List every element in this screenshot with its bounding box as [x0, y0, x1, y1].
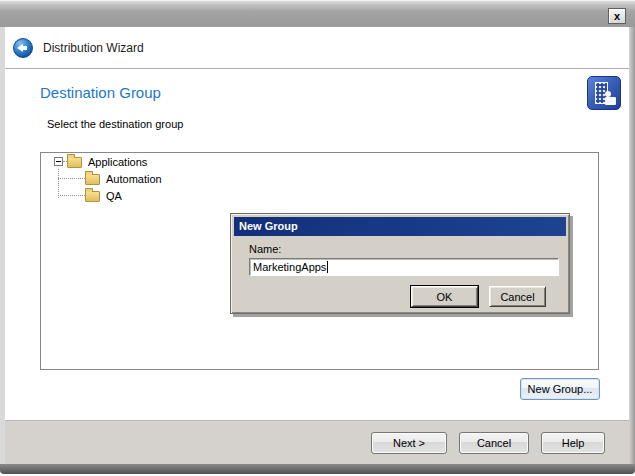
name-label: Name: — [249, 243, 281, 255]
folder-icon — [85, 191, 100, 202]
tree-item-qa[interactable]: QA — [41, 187, 598, 204]
tree-item-label[interactable]: Applications — [88, 156, 147, 168]
close-icon[interactable]: x — [608, 8, 626, 24]
folder-icon — [85, 174, 100, 185]
new-group-button[interactable]: New Group... — [520, 378, 600, 400]
tree-connector-stub — [58, 178, 85, 179]
wizard-title: Distribution Wizard — [43, 41, 144, 55]
page-subtitle: Select the destination group — [47, 118, 183, 130]
wizard-body: Distribution Wizard Destination Group Se… — [5, 27, 629, 464]
wizard-header: Distribution Wizard — [5, 27, 629, 69]
window-titlebar[interactable]: x — [0, 0, 635, 27]
name-input[interactable]: MarketingApps — [249, 258, 559, 276]
folder-icon — [67, 157, 82, 168]
text-caret — [327, 261, 328, 273]
collapse-expander-icon[interactable] — [54, 157, 63, 166]
ok-button[interactable]: OK — [411, 286, 478, 307]
wizard-footer: Next > Cancel Help — [5, 420, 629, 464]
package-glyph — [605, 97, 616, 105]
back-arrow-icon[interactable] — [13, 38, 33, 58]
tree-item-label[interactable]: Automation — [106, 173, 162, 185]
window-border-right — [629, 27, 635, 464]
tree-item-applications[interactable]: Applications — [41, 153, 598, 170]
new-group-dialog: New Group Name: MarketingApps OK Cancel — [230, 213, 570, 314]
tree-connector-stub — [58, 195, 85, 196]
group-building-icon — [587, 76, 621, 110]
tree-item-label[interactable]: QA — [106, 190, 122, 202]
wizard-window: x Distribution Wizard Destination Group … — [0, 0, 635, 476]
tree-item-automation[interactable]: Automation — [41, 170, 598, 187]
dialog-cancel-button[interactable]: Cancel — [489, 286, 546, 307]
page-title: Destination Group — [40, 84, 161, 101]
new-group-dialog-titlebar[interactable]: New Group — [234, 217, 566, 236]
help-button[interactable]: Help — [541, 432, 605, 454]
next-button[interactable]: Next > — [371, 432, 447, 454]
cancel-button[interactable]: Cancel — [459, 432, 529, 454]
window-border-bottom — [0, 464, 635, 474]
name-input-value: MarketingApps — [253, 261, 326, 273]
